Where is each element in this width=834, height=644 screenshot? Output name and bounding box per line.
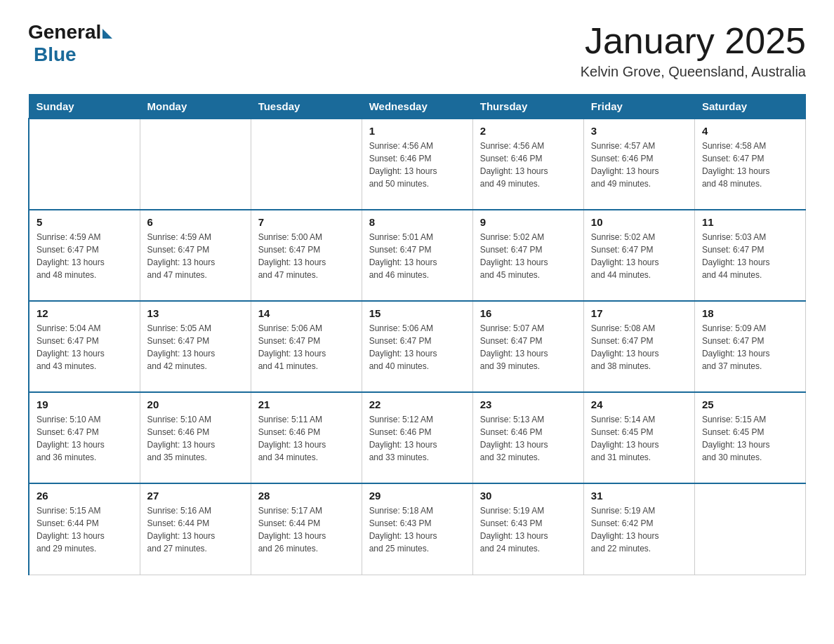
day-number: 9 [480, 216, 576, 228]
day-number: 8 [369, 216, 465, 228]
day-info: Sunrise: 5:16 AM Sunset: 6:44 PM Dayligh… [147, 504, 244, 555]
day-number: 29 [369, 490, 465, 502]
day-number: 20 [147, 398, 244, 410]
day-info: Sunrise: 4:56 AM Sunset: 6:46 PM Dayligh… [480, 140, 576, 190]
day-info: Sunrise: 5:01 AM Sunset: 6:47 PM Dayligh… [369, 231, 465, 281]
day-info: Sunrise: 5:02 AM Sunset: 6:47 PM Dayligh… [591, 231, 687, 281]
day-number: 25 [702, 398, 798, 410]
day-info: Sunrise: 4:57 AM Sunset: 6:46 PM Dayligh… [591, 140, 687, 190]
day-number: 14 [258, 307, 355, 319]
day-info: Sunrise: 5:12 AM Sunset: 6:46 PM Dayligh… [369, 413, 465, 464]
calendar-day-18: 18Sunrise: 5:09 AM Sunset: 6:47 PM Dayli… [694, 301, 805, 392]
day-number: 10 [591, 216, 687, 228]
day-number: 16 [480, 307, 576, 319]
day-number: 1 [369, 125, 465, 137]
day-info: Sunrise: 4:59 AM Sunset: 6:47 PM Dayligh… [37, 231, 133, 281]
location-subtitle: Kelvin Grove, Queensland, Australia [581, 64, 806, 80]
day-info: Sunrise: 4:56 AM Sunset: 6:46 PM Dayligh… [369, 140, 465, 190]
day-number: 21 [258, 398, 355, 410]
day-header-sunday: Sunday [29, 95, 140, 119]
calendar-day-24: 24Sunrise: 5:14 AM Sunset: 6:45 PM Dayli… [583, 392, 694, 483]
calendar-empty-cell [251, 119, 362, 210]
calendar-day-25: 25Sunrise: 5:15 AM Sunset: 6:45 PM Dayli… [694, 392, 805, 483]
calendar-day-22: 22Sunrise: 5:12 AM Sunset: 6:46 PM Dayli… [362, 392, 472, 483]
calendar-day-23: 23Sunrise: 5:13 AM Sunset: 6:46 PM Dayli… [472, 392, 583, 483]
calendar-day-1: 1Sunrise: 4:56 AM Sunset: 6:46 PM Daylig… [362, 119, 472, 210]
calendar-day-2: 2Sunrise: 4:56 AM Sunset: 6:46 PM Daylig… [472, 119, 583, 210]
day-info: Sunrise: 5:06 AM Sunset: 6:47 PM Dayligh… [258, 322, 355, 373]
calendar-day-13: 13Sunrise: 5:05 AM Sunset: 6:47 PM Dayli… [140, 301, 251, 392]
calendar-day-20: 20Sunrise: 5:10 AM Sunset: 6:46 PM Dayli… [140, 392, 251, 483]
day-number: 7 [258, 216, 355, 228]
day-number: 18 [702, 307, 798, 319]
calendar-table: SundayMondayTuesdayWednesdayThursdayFrid… [28, 94, 806, 575]
day-header-thursday: Thursday [472, 95, 583, 119]
calendar-day-6: 6Sunrise: 4:59 AM Sunset: 6:47 PM Daylig… [140, 210, 251, 301]
calendar-day-19: 19Sunrise: 5:10 AM Sunset: 6:47 PM Dayli… [29, 392, 140, 483]
day-info: Sunrise: 4:58 AM Sunset: 6:47 PM Dayligh… [702, 140, 798, 190]
day-info: Sunrise: 5:13 AM Sunset: 6:46 PM Dayligh… [480, 413, 576, 464]
calendar-day-9: 9Sunrise: 5:02 AM Sunset: 6:47 PM Daylig… [472, 210, 583, 301]
day-number: 19 [37, 398, 133, 410]
day-number: 3 [591, 125, 687, 137]
day-number: 27 [147, 490, 244, 502]
calendar-day-16: 16Sunrise: 5:07 AM Sunset: 6:47 PM Dayli… [472, 301, 583, 392]
calendar-day-14: 14Sunrise: 5:06 AM Sunset: 6:47 PM Dayli… [251, 301, 362, 392]
calendar-day-15: 15Sunrise: 5:06 AM Sunset: 6:47 PM Dayli… [362, 301, 472, 392]
calendar-week-row: 5Sunrise: 4:59 AM Sunset: 6:47 PM Daylig… [29, 210, 806, 301]
day-header-monday: Monday [140, 95, 251, 119]
day-info: Sunrise: 5:19 AM Sunset: 6:43 PM Dayligh… [480, 504, 576, 555]
day-number: 31 [591, 490, 687, 502]
calendar-day-28: 28Sunrise: 5:17 AM Sunset: 6:44 PM Dayli… [251, 483, 362, 575]
calendar-day-27: 27Sunrise: 5:16 AM Sunset: 6:44 PM Dayli… [140, 483, 251, 575]
day-info: Sunrise: 5:03 AM Sunset: 6:47 PM Dayligh… [702, 231, 798, 281]
day-number: 23 [480, 398, 576, 410]
day-info: Sunrise: 5:02 AM Sunset: 6:47 PM Dayligh… [480, 231, 576, 281]
day-info: Sunrise: 5:05 AM Sunset: 6:47 PM Dayligh… [147, 322, 244, 373]
day-number: 30 [480, 490, 576, 502]
calendar-day-10: 10Sunrise: 5:02 AM Sunset: 6:47 PM Dayli… [583, 210, 694, 301]
day-info: Sunrise: 5:07 AM Sunset: 6:47 PM Dayligh… [480, 322, 576, 373]
page-header: General Blue January 2025 Kelvin Grove, … [28, 21, 806, 80]
day-number: 15 [369, 307, 465, 319]
title-block: January 2025 Kelvin Grove, Queensland, A… [581, 21, 806, 80]
calendar-day-11: 11Sunrise: 5:03 AM Sunset: 6:47 PM Dayli… [694, 210, 805, 301]
day-number: 4 [702, 125, 798, 137]
day-number: 6 [147, 216, 244, 228]
day-info: Sunrise: 4:59 AM Sunset: 6:47 PM Dayligh… [147, 231, 244, 281]
day-number: 2 [480, 125, 576, 137]
day-number: 26 [37, 490, 133, 502]
day-info: Sunrise: 5:19 AM Sunset: 6:42 PM Dayligh… [591, 504, 687, 555]
day-number: 12 [37, 307, 133, 319]
day-info: Sunrise: 5:15 AM Sunset: 6:45 PM Dayligh… [702, 413, 798, 464]
logo: General Blue [28, 21, 112, 66]
day-info: Sunrise: 5:09 AM Sunset: 6:47 PM Dayligh… [702, 322, 798, 373]
logo-general-text: General [28, 21, 101, 43]
day-info: Sunrise: 5:06 AM Sunset: 6:47 PM Dayligh… [369, 322, 465, 373]
day-number: 22 [369, 398, 465, 410]
day-info: Sunrise: 5:00 AM Sunset: 6:47 PM Dayligh… [258, 231, 355, 281]
calendar-week-row: 19Sunrise: 5:10 AM Sunset: 6:47 PM Dayli… [29, 392, 806, 483]
calendar-week-row: 12Sunrise: 5:04 AM Sunset: 6:47 PM Dayli… [29, 301, 806, 392]
day-info: Sunrise: 5:14 AM Sunset: 6:45 PM Dayligh… [591, 413, 687, 464]
day-number: 28 [258, 490, 355, 502]
calendar-day-29: 29Sunrise: 5:18 AM Sunset: 6:43 PM Dayli… [362, 483, 472, 575]
calendar-day-5: 5Sunrise: 4:59 AM Sunset: 6:47 PM Daylig… [29, 210, 140, 301]
calendar-day-3: 3Sunrise: 4:57 AM Sunset: 6:46 PM Daylig… [583, 119, 694, 210]
day-number: 13 [147, 307, 244, 319]
calendar-week-row: 1Sunrise: 4:56 AM Sunset: 6:46 PM Daylig… [29, 119, 806, 210]
day-info: Sunrise: 5:10 AM Sunset: 6:46 PM Dayligh… [147, 413, 244, 464]
calendar-day-26: 26Sunrise: 5:15 AM Sunset: 6:44 PM Dayli… [29, 483, 140, 575]
logo-arrow-icon [102, 29, 112, 39]
calendar-empty-cell [29, 119, 140, 210]
day-number: 24 [591, 398, 687, 410]
calendar-day-21: 21Sunrise: 5:11 AM Sunset: 6:46 PM Dayli… [251, 392, 362, 483]
day-info: Sunrise: 5:04 AM Sunset: 6:47 PM Dayligh… [37, 322, 133, 373]
calendar-empty-cell [694, 483, 805, 575]
calendar-day-7: 7Sunrise: 5:00 AM Sunset: 6:47 PM Daylig… [251, 210, 362, 301]
day-number: 5 [37, 216, 133, 228]
day-number: 11 [702, 216, 798, 228]
day-header-wednesday: Wednesday [362, 95, 472, 119]
calendar-week-row: 26Sunrise: 5:15 AM Sunset: 6:44 PM Dayli… [29, 483, 806, 575]
day-header-friday: Friday [583, 95, 694, 119]
